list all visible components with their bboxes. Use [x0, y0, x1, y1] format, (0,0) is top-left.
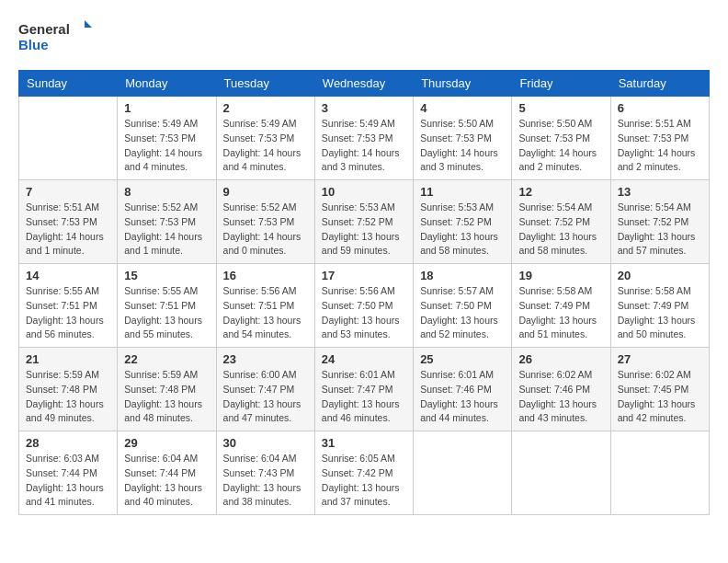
- calendar-cell: 5Sunrise: 5:50 AMSunset: 7:53 PMDaylight…: [512, 97, 610, 180]
- day-number: 19: [518, 269, 603, 282]
- day-detail: Sunrise: 5:52 AMSunset: 7:53 PMDaylight:…: [223, 201, 308, 259]
- calendar-cell: 27Sunrise: 6:02 AMSunset: 7:45 PMDayligh…: [610, 348, 709, 431]
- calendar-cell: 31Sunrise: 6:05 AMSunset: 7:42 PMDayligh…: [314, 431, 413, 515]
- day-detail: Sunrise: 6:01 AMSunset: 7:46 PMDaylight:…: [420, 368, 505, 426]
- day-number: 31: [322, 436, 406, 450]
- day-number: 14: [26, 269, 110, 282]
- calendar-table: SundayMondayTuesdayWednesdayThursdayFrid…: [18, 70, 710, 515]
- day-detail: Sunrise: 5:50 AMSunset: 7:53 PMDaylight:…: [518, 117, 603, 175]
- calendar-cell: 21Sunrise: 5:59 AMSunset: 7:48 PMDayligh…: [19, 348, 118, 431]
- calendar-cell: 19Sunrise: 5:58 AMSunset: 7:49 PMDayligh…: [512, 264, 610, 348]
- day-detail: Sunrise: 5:59 AMSunset: 7:48 PMDaylight:…: [124, 368, 209, 426]
- day-detail: Sunrise: 6:05 AMSunset: 7:42 PMDaylight:…: [322, 452, 406, 510]
- day-detail: Sunrise: 5:52 AMSunset: 7:53 PMDaylight:…: [124, 201, 209, 259]
- calendar-week-row: 21Sunrise: 5:59 AMSunset: 7:48 PMDayligh…: [19, 348, 710, 431]
- calendar-cell: [414, 431, 512, 515]
- day-detail: Sunrise: 5:56 AMSunset: 7:51 PMDaylight:…: [223, 284, 308, 342]
- calendar-week-row: 14Sunrise: 5:55 AMSunset: 7:51 PMDayligh…: [19, 264, 710, 348]
- day-number: 5: [518, 101, 603, 115]
- day-of-week-header: Thursday: [414, 71, 512, 97]
- calendar-cell: 15Sunrise: 5:55 AMSunset: 7:51 PMDayligh…: [118, 264, 216, 348]
- day-detail: Sunrise: 5:58 AMSunset: 7:49 PMDaylight:…: [518, 284, 603, 342]
- day-number: 6: [618, 101, 702, 115]
- calendar-cell: 18Sunrise: 5:57 AMSunset: 7:50 PMDayligh…: [414, 264, 512, 348]
- calendar-cell: 8Sunrise: 5:52 AMSunset: 7:53 PMDaylight…: [118, 180, 216, 264]
- day-detail: Sunrise: 5:57 AMSunset: 7:50 PMDaylight:…: [420, 284, 505, 342]
- day-number: 7: [26, 185, 110, 199]
- calendar-cell: [19, 97, 118, 180]
- day-detail: Sunrise: 5:49 AMSunset: 7:53 PMDaylight:…: [124, 117, 209, 175]
- day-detail: Sunrise: 6:04 AMSunset: 7:43 PMDaylight:…: [223, 452, 308, 510]
- calendar-cell: 10Sunrise: 5:53 AMSunset: 7:52 PMDayligh…: [314, 180, 413, 264]
- day-number: 17: [322, 269, 406, 282]
- day-number: 12: [518, 185, 603, 199]
- day-detail: Sunrise: 5:58 AMSunset: 7:49 PMDaylight:…: [618, 284, 702, 342]
- day-number: 29: [124, 436, 209, 450]
- day-detail: Sunrise: 6:03 AMSunset: 7:44 PMDaylight:…: [26, 452, 110, 510]
- calendar-cell: 1Sunrise: 5:49 AMSunset: 7:53 PMDaylight…: [118, 97, 216, 180]
- day-detail: Sunrise: 5:49 AMSunset: 7:53 PMDaylight:…: [223, 117, 308, 175]
- calendar-cell: 26Sunrise: 6:02 AMSunset: 7:46 PMDayligh…: [512, 348, 610, 431]
- calendar-week-row: 7Sunrise: 5:51 AMSunset: 7:53 PMDaylight…: [19, 180, 710, 264]
- day-number: 4: [420, 101, 505, 115]
- day-detail: Sunrise: 6:02 AMSunset: 7:46 PMDaylight:…: [518, 368, 603, 426]
- calendar-cell: 2Sunrise: 5:49 AMSunset: 7:53 PMDaylight…: [216, 97, 314, 180]
- calendar-cell: 3Sunrise: 5:49 AMSunset: 7:53 PMDaylight…: [314, 97, 413, 180]
- svg-text:General: General: [18, 21, 70, 37]
- day-number: 10: [322, 185, 406, 199]
- day-number: 25: [420, 352, 505, 366]
- day-number: 1: [124, 101, 209, 115]
- day-number: 3: [322, 101, 406, 115]
- calendar-cell: 25Sunrise: 6:01 AMSunset: 7:46 PMDayligh…: [414, 348, 512, 431]
- day-detail: Sunrise: 5:55 AMSunset: 7:51 PMDaylight:…: [124, 284, 209, 342]
- day-detail: Sunrise: 6:01 AMSunset: 7:47 PMDaylight:…: [322, 368, 406, 426]
- day-number: 20: [618, 269, 702, 282]
- day-of-week-header: Saturday: [610, 71, 709, 97]
- calendar-cell: 4Sunrise: 5:50 AMSunset: 7:53 PMDaylight…: [414, 97, 512, 180]
- day-number: 13: [618, 185, 702, 199]
- day-number: 24: [322, 352, 406, 366]
- day-of-week-header: Sunday: [19, 71, 118, 97]
- day-detail: Sunrise: 5:54 AMSunset: 7:52 PMDaylight:…: [518, 201, 603, 259]
- day-detail: Sunrise: 6:04 AMSunset: 7:44 PMDaylight:…: [124, 452, 209, 510]
- day-number: 18: [420, 269, 505, 282]
- day-detail: Sunrise: 5:55 AMSunset: 7:51 PMDaylight:…: [26, 284, 110, 342]
- day-detail: Sunrise: 5:53 AMSunset: 7:52 PMDaylight:…: [322, 201, 406, 259]
- day-number: 15: [124, 269, 209, 282]
- calendar-cell: [512, 431, 610, 515]
- calendar-cell: 16Sunrise: 5:56 AMSunset: 7:51 PMDayligh…: [216, 264, 314, 348]
- logo-svg: General Blue: [18, 18, 92, 55]
- day-detail: Sunrise: 6:02 AMSunset: 7:45 PMDaylight:…: [618, 368, 702, 426]
- day-detail: Sunrise: 6:00 AMSunset: 7:47 PMDaylight:…: [223, 368, 308, 426]
- calendar-cell: 9Sunrise: 5:52 AMSunset: 7:53 PMDaylight…: [216, 180, 314, 264]
- calendar-cell: 17Sunrise: 5:56 AMSunset: 7:50 PMDayligh…: [314, 264, 413, 348]
- day-number: 27: [618, 352, 702, 366]
- calendar-cell: 6Sunrise: 5:51 AMSunset: 7:53 PMDaylight…: [610, 97, 709, 180]
- calendar-cell: 7Sunrise: 5:51 AMSunset: 7:53 PMDaylight…: [19, 180, 118, 264]
- calendar-cell: 11Sunrise: 5:53 AMSunset: 7:52 PMDayligh…: [414, 180, 512, 264]
- day-detail: Sunrise: 5:51 AMSunset: 7:53 PMDaylight:…: [26, 201, 110, 259]
- day-detail: Sunrise: 5:53 AMSunset: 7:52 PMDaylight:…: [420, 201, 505, 259]
- svg-marker-1: [85, 20, 92, 28]
- day-number: 21: [26, 352, 110, 366]
- logo: General Blue: [18, 18, 92, 55]
- day-detail: Sunrise: 5:49 AMSunset: 7:53 PMDaylight:…: [322, 117, 406, 175]
- day-number: 16: [223, 269, 308, 282]
- calendar-cell: 13Sunrise: 5:54 AMSunset: 7:52 PMDayligh…: [610, 180, 709, 264]
- day-number: 2: [223, 101, 308, 115]
- day-number: 26: [518, 352, 603, 366]
- day-number: 22: [124, 352, 209, 366]
- day-of-week-header: Friday: [512, 71, 610, 97]
- day-number: 11: [420, 185, 505, 199]
- calendar-cell: [610, 431, 709, 515]
- day-of-week-header: Wednesday: [314, 71, 413, 97]
- calendar-cell: 23Sunrise: 6:00 AMSunset: 7:47 PMDayligh…: [216, 348, 314, 431]
- calendar-cell: 22Sunrise: 5:59 AMSunset: 7:48 PMDayligh…: [118, 348, 216, 431]
- calendar-cell: 14Sunrise: 5:55 AMSunset: 7:51 PMDayligh…: [19, 264, 118, 348]
- calendar-cell: 30Sunrise: 6:04 AMSunset: 7:43 PMDayligh…: [216, 431, 314, 515]
- svg-text:Blue: Blue: [18, 37, 49, 52]
- calendar-week-row: 28Sunrise: 6:03 AMSunset: 7:44 PMDayligh…: [19, 431, 710, 515]
- calendar-week-row: 1Sunrise: 5:49 AMSunset: 7:53 PMDaylight…: [19, 97, 710, 180]
- day-of-week-header: Monday: [118, 71, 216, 97]
- day-number: 8: [124, 185, 209, 199]
